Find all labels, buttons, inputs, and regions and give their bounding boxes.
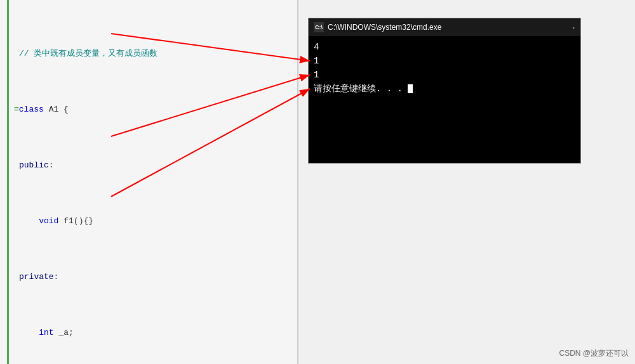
cmd-body: 4 1 1 请按任意键继续. . . [309, 36, 580, 100]
cmd-window: C:\ C:\WINDOWS\system32\cmd.exe · 4 1 1 … [308, 18, 581, 164]
code-line-3: public : [14, 159, 295, 172]
cmd-title-dot: · [572, 21, 575, 34]
code-line-2: = class A1 { [14, 103, 295, 117]
csdn-watermark: CSDN @波萝还可以 [559, 348, 629, 359]
cmd-output-1b: 1 [314, 68, 575, 82]
cmd-icon: C:\ [314, 22, 324, 32]
code-editor: // 类中既有成员变量，又有成员函数 = class A1 { public :… [0, 0, 298, 364]
cmd-titlebar: C:\ C:\WINDOWS\system32\cmd.exe · [309, 18, 580, 36]
keyword-class-1: class [19, 103, 44, 117]
code-line-4: void f1(){} [14, 214, 295, 228]
code-line-1: // 类中既有成员变量，又有成员函数 [14, 47, 295, 61]
comment-1: // 类中既有成员变量，又有成员函数 [19, 47, 157, 61]
cmd-output-1: 1 [314, 54, 575, 68]
cmd-prompt-line: 请按任意键继续. . . [314, 82, 575, 96]
code-line-5: private : [14, 270, 295, 284]
eq-marker-2: = [14, 103, 19, 117]
line-marker-1 [14, 47, 19, 61]
code-gutter [0, 0, 9, 364]
code-line-6: int _a; [14, 326, 295, 340]
cmd-title-text: C:\WINDOWS\system32\cmd.exe [328, 23, 572, 32]
code-content: // 类中既有成员变量，又有成员函数 = class A1 { public :… [11, 0, 297, 364]
cmd-output-4: 4 [314, 40, 575, 54]
